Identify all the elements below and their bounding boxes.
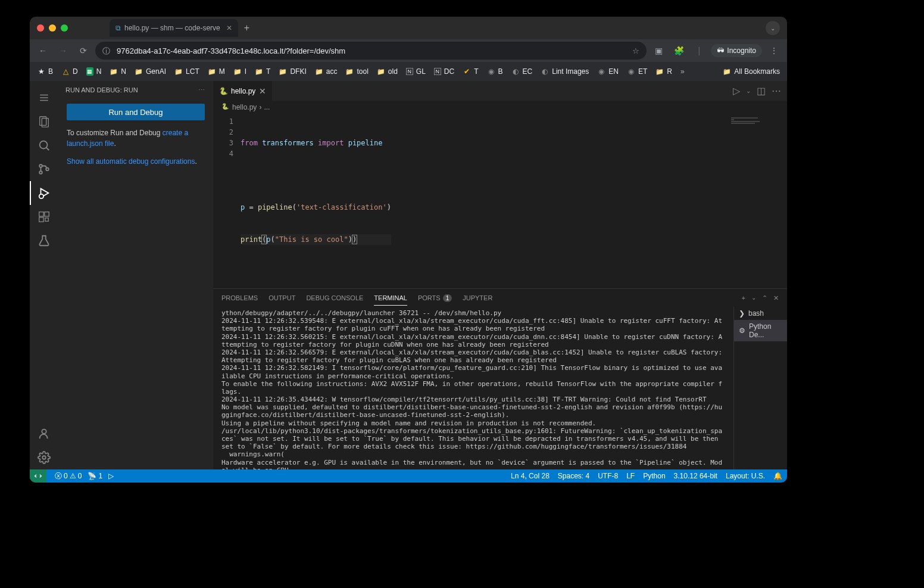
testing-icon[interactable] [30, 229, 58, 253]
error-icon: ⓧ [55, 471, 62, 481]
explorer-icon[interactable] [30, 110, 58, 133]
tab-jupyter[interactable]: JUPYTER [463, 291, 492, 305]
code-content[interactable]: from transformers import pipeline p = pi… [241, 114, 391, 288]
separator: | [691, 42, 707, 59]
search-icon[interactable] [30, 133, 58, 157]
breadcrumb-more: ... [264, 103, 270, 111]
errors-warnings[interactable]: ⓧ0 ⚠0 [55, 471, 82, 481]
cursor-position[interactable]: Ln 4, Col 28 [511, 472, 550, 480]
bookmark-item[interactable]: NGL [402, 66, 429, 77]
extensions-icon[interactable]: 🧩 [670, 42, 687, 59]
bookmark-item[interactable]: △D [58, 66, 82, 77]
bookmark-item[interactable]: I [230, 66, 250, 77]
bookmark-item[interactable]: R [652, 66, 676, 77]
sidebar-panel: RUN AND DEBUG: RUN ⋯ Run and Debug To cu… [58, 81, 213, 469]
new-tab-button[interactable]: + [244, 23, 249, 33]
bookmark-item[interactable]: tool [342, 66, 372, 77]
tab-output[interactable]: OUTPUT [269, 291, 295, 305]
bookmark-item[interactable]: NDC [430, 66, 458, 77]
split-editor-icon[interactable]: ◫ [757, 85, 766, 97]
minimize-window-button[interactable] [49, 24, 56, 32]
browser-tab[interactable]: ⧉ hello.py — shm — code-serve ✕ [110, 19, 238, 37]
bookmark-item[interactable]: ▦N [83, 66, 105, 77]
bookmark-item[interactable]: old [373, 66, 401, 77]
close-panel-icon[interactable]: ✕ [773, 294, 779, 302]
url-text: 9762dba4-a17c-4eab-adf7-33d478c1e48c.loc… [117, 46, 345, 55]
keyboard-layout[interactable]: Layout: U.S. [726, 472, 765, 480]
bookmark-item[interactable]: ◉B [483, 66, 507, 77]
maximize-panel-icon[interactable]: ⌃ [762, 294, 767, 302]
maximize-window-button[interactable] [61, 24, 68, 32]
tab-debug-console[interactable]: DEBUG CONSOLE [306, 291, 363, 305]
all-bookmarks-button[interactable]: All Bookmarks [719, 66, 783, 77]
ports-indicator[interactable]: 📡1 [88, 472, 102, 480]
url-bar[interactable]: ⓘ 9762dba4-a17c-4eab-adf7-33d478c1e48c.l… [95, 42, 647, 60]
site-info-icon[interactable]: ⓘ [102, 46, 112, 55]
language-mode[interactable]: Python [643, 472, 665, 480]
bookmark-item[interactable]: ◐EC [508, 66, 536, 77]
bottom-panel: PROBLEMS OUTPUT DEBUG CONSOLE TERMINAL P… [213, 288, 787, 469]
source-control-icon[interactable] [30, 157, 58, 181]
tabs-dropdown-button[interactable]: ⌄ [766, 21, 780, 35]
editor-tab[interactable]: 🐍 hello.py ✕ [213, 81, 272, 101]
bookmark-item[interactable]: ★B [33, 66, 57, 77]
bookmark-star-icon[interactable]: ☆ [632, 46, 639, 55]
bookmark-item[interactable]: ◉EN [594, 66, 622, 77]
terminal-list-item[interactable]: ❯bash [734, 307, 787, 320]
minimap[interactable] [728, 114, 787, 288]
run-play-button[interactable]: ▷ [733, 85, 740, 97]
show-configs-link[interactable]: Show all automatic debug configurations [67, 157, 195, 166]
close-window-button[interactable] [37, 24, 44, 32]
bookmark-item[interactable]: N [106, 66, 130, 77]
svg-rect-12 [39, 212, 43, 216]
editor-more-icon[interactable]: ⋯ [772, 85, 781, 97]
bookmarks-overflow-button[interactable]: » [677, 67, 688, 76]
bookmark-item[interactable]: ◐Lint Images [537, 66, 592, 77]
back-button[interactable]: ← [35, 42, 51, 59]
extensions-icon[interactable] [30, 205, 58, 229]
run-debug-button[interactable]: Run and Debug [67, 104, 205, 120]
bookmark-item[interactable]: DFKI [275, 66, 310, 77]
tab-terminal[interactable]: TERMINAL [374, 291, 407, 306]
bookmark-item[interactable]: M [204, 66, 229, 77]
reload-button[interactable]: ⟳ [75, 42, 92, 59]
close-tab-icon[interactable]: ✕ [226, 24, 232, 32]
run-debug-icon[interactable] [30, 181, 58, 205]
remote-indicator[interactable] [30, 469, 46, 483]
camera-icon[interactable]: ▣ [650, 42, 667, 59]
vscode-body: RUN AND DEBUG: RUN ⋯ Run and Debug To cu… [30, 81, 787, 469]
bookmark-item[interactable]: ✔T [459, 66, 482, 77]
sidebar-more-button[interactable]: ⋯ [198, 86, 206, 94]
indentation[interactable]: Spaces: 4 [558, 472, 589, 480]
bookmark-item[interactable]: GenAI [131, 66, 170, 77]
folder-icon [655, 67, 664, 76]
bookmark-item[interactable]: acc [311, 66, 341, 77]
encoding[interactable]: UTF-8 [598, 472, 618, 480]
browser-menu-button[interactable]: ⋮ [766, 42, 782, 59]
bookmark-item[interactable]: ◉ET [623, 66, 651, 77]
forward-button[interactable]: → [55, 42, 71, 59]
bookmark-item[interactable]: T [251, 66, 274, 77]
settings-icon[interactable] [30, 446, 58, 469]
terminal-dropdown-icon[interactable]: ⌄ [751, 294, 756, 302]
run-dropdown-icon[interactable]: ⌄ [746, 88, 751, 94]
terminal-list-item[interactable]: ⚙Python De... [734, 320, 787, 341]
incognito-chip[interactable]: 🕶 Incognito [711, 44, 762, 57]
incognito-icon: 🕶 [717, 46, 724, 55]
eol[interactable]: LF [626, 472, 635, 480]
close-editor-tab-icon[interactable]: ✕ [259, 86, 266, 96]
editor-tab-label: hello.py [231, 87, 255, 95]
breadcrumb[interactable]: 🐍 hello.py › ... [213, 101, 787, 114]
tab-ports[interactable]: PORTS1 [418, 291, 452, 305]
notifications-icon[interactable]: 🔔 [773, 472, 782, 480]
tab-problems[interactable]: PROBLEMS [221, 291, 258, 305]
code-editor[interactable]: 1 2 3 4 from transformers import pipelin… [213, 114, 787, 288]
debug-indicator[interactable]: ▷ [108, 472, 114, 480]
bookmark-item[interactable]: LCT [171, 66, 203, 77]
python-version[interactable]: 3.10.12 64-bit [674, 472, 717, 480]
menu-button[interactable] [30, 86, 58, 110]
accounts-icon[interactable] [30, 422, 58, 446]
terminal-output[interactable]: ython/debugpy/adapter/../../debugpy/laun… [213, 307, 733, 469]
circle-icon: ◐ [541, 67, 549, 76]
new-terminal-icon[interactable]: + [742, 294, 745, 302]
